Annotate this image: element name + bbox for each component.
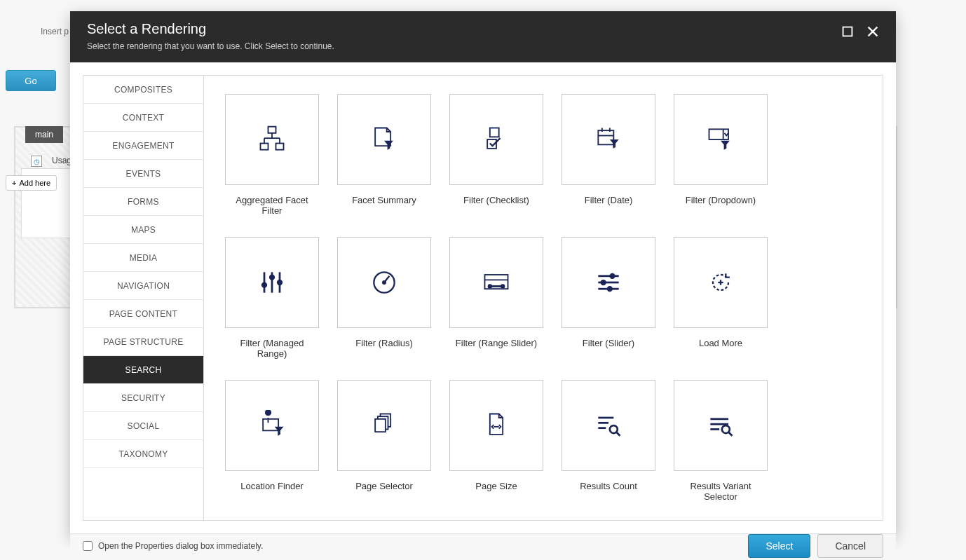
doc-arrows-icon <box>449 380 543 471</box>
category-sidebar: COMPOSITESCONTEXTENGAGEMENTEVENTSFORMSMA… <box>83 76 204 520</box>
rendering-tile-filter-range-slider-[interactable]: Filter (Range Slider) <box>449 237 543 359</box>
add-here-label: Add here <box>19 179 50 187</box>
maximize-icon[interactable] <box>840 24 855 39</box>
go-button[interactable]: Go <box>6 70 56 91</box>
close-icon[interactable] <box>865 24 880 39</box>
sidebar-item-engagement[interactable]: ENGAGEMENT <box>83 132 203 160</box>
select-button[interactable]: Select <box>748 534 810 558</box>
add-here-button[interactable]: Add here <box>6 175 57 191</box>
doc-funnel-icon <box>337 94 431 185</box>
reload-plus-icon <box>674 237 768 328</box>
cancel-button[interactable]: Cancel <box>817 534 883 558</box>
insert-placeholder-text: Insert p <box>41 27 69 36</box>
rendering-tile-label: Filter (Dropdown) <box>686 195 756 205</box>
rendering-tile-label: Page Selector <box>355 481 413 491</box>
rendering-tile-label: Results Variant Selector <box>674 481 768 502</box>
rendering-tile-label: Facet Summary <box>352 195 416 205</box>
dialog-body: COMPOSITESCONTEXTENGAGEMENTEVENTSFORMSMA… <box>70 62 896 533</box>
sidebar-item-social[interactable]: SOCIAL <box>83 412 203 440</box>
rendering-tile-page-size[interactable]: Page Size <box>449 380 543 502</box>
rendering-tile-label: Load More <box>699 338 742 348</box>
sliders-h-icon <box>562 237 655 328</box>
rendering-tile-facet-summary[interactable]: Facet Summary <box>337 94 431 216</box>
hierarchy-icon <box>225 94 319 185</box>
rendering-tile-label: Filter (Date) <box>585 195 633 205</box>
rendering-tile-label: Filter (Checklist) <box>463 195 529 205</box>
usage-icon: ◷ <box>31 156 42 167</box>
sliders-v-icon <box>225 237 319 328</box>
pin-funnel-icon <box>225 380 319 471</box>
rendering-tile-label: Filter (Radius) <box>355 338 413 348</box>
lines-search-icon <box>562 380 655 471</box>
sidebar-item-navigation[interactable]: NAVIGATION <box>83 272 203 300</box>
rendering-tile-filter-checklist-[interactable]: Filter (Checklist) <box>449 94 543 216</box>
rendering-tile-label: Page Size <box>475 481 517 491</box>
rendering-tile-label: Filter (Range Slider) <box>456 338 537 348</box>
dialog-panel: COMPOSITESCONTEXTENGAGEMENTEVENTSFORMSMA… <box>83 75 883 521</box>
date-funnel-icon <box>562 94 655 185</box>
sidebar-item-composites[interactable]: COMPOSITES <box>83 76 203 104</box>
open-properties-checkbox-wrap[interactable]: Open the Properties dialog box immediate… <box>83 541 263 551</box>
rendering-tile-filter-radius-[interactable]: Filter (Radius) <box>337 237 431 359</box>
rendering-grid: Aggregated Facet FilterFacet SummaryFilt… <box>225 94 862 502</box>
sidebar-item-taxonomy[interactable]: TAXONOMY <box>83 440 203 468</box>
rendering-tile-aggregated-facet-filter[interactable]: Aggregated Facet Filter <box>225 94 319 216</box>
rendering-tile-filter-date-[interactable]: Filter (Date) <box>562 94 655 216</box>
dialog-footer: Open the Properties dialog box immediate… <box>70 533 896 558</box>
checklist-icon <box>449 94 543 185</box>
rendering-tile-page-selector[interactable]: Page Selector <box>337 380 431 502</box>
sidebar-item-maps[interactable]: MAPS <box>83 216 203 244</box>
gauge-icon <box>337 237 431 328</box>
select-rendering-dialog: Select a Rendering Select the rendering … <box>70 11 896 535</box>
rendering-tile-results-count[interactable]: Results Count <box>562 380 655 502</box>
sidebar-item-page-content[interactable]: PAGE CONTENT <box>83 300 203 328</box>
rendering-tile-label: Results Count <box>580 481 637 491</box>
rendering-tile-filter-slider-[interactable]: Filter (Slider) <box>562 237 655 359</box>
rendering-tile-location-finder[interactable]: Location Finder <box>225 380 319 502</box>
rendering-grid-scroll[interactable]: Aggregated Facet FilterFacet SummaryFilt… <box>204 76 883 520</box>
sidebar-item-media[interactable]: MEDIA <box>83 244 203 272</box>
rendering-tile-load-more[interactable]: Load More <box>674 237 768 359</box>
usage-label: Usag <box>52 156 72 165</box>
rendering-tile-label: Filter (Slider) <box>583 338 634 348</box>
rendering-tile-filter-managed-range-[interactable]: Filter (Managed Range) <box>225 237 319 359</box>
pages-icon <box>337 380 431 471</box>
sidebar-item-events[interactable]: EVENTS <box>83 160 203 188</box>
rendering-tile-label: Aggregated Facet Filter <box>225 195 319 216</box>
placeholder-tab-main[interactable]: main <box>25 126 63 143</box>
rendering-tile-results-variant-selector[interactable]: Results Variant Selector <box>674 380 768 502</box>
sidebar-item-context[interactable]: CONTEXT <box>83 104 203 132</box>
sidebar-item-search[interactable]: SEARCH <box>83 356 203 384</box>
sidebar-item-forms[interactable]: FORMS <box>83 188 203 216</box>
dialog-subtitle: Select the rendering that you want to us… <box>87 41 879 51</box>
open-properties-checkbox[interactable] <box>83 541 93 551</box>
sidebar-item-security[interactable]: SECURITY <box>83 384 203 412</box>
sidebar-item-page-structure[interactable]: PAGE STRUCTURE <box>83 328 203 356</box>
rendering-tile-filter-dropdown-[interactable]: Filter (Dropdown) <box>674 94 768 216</box>
svg-rect-0 <box>843 27 852 36</box>
dropdown-funnel-icon <box>674 94 768 185</box>
rendering-tile-label: Filter (Managed Range) <box>225 338 319 359</box>
dialog-header: Select a Rendering Select the rendering … <box>70 11 896 62</box>
dialog-title: Select a Rendering <box>87 21 879 37</box>
rendering-tile-label: Location Finder <box>240 481 304 491</box>
open-properties-label: Open the Properties dialog box immediate… <box>98 541 263 551</box>
range-bar-icon <box>449 237 543 328</box>
lines-search-alt-icon <box>674 380 768 471</box>
